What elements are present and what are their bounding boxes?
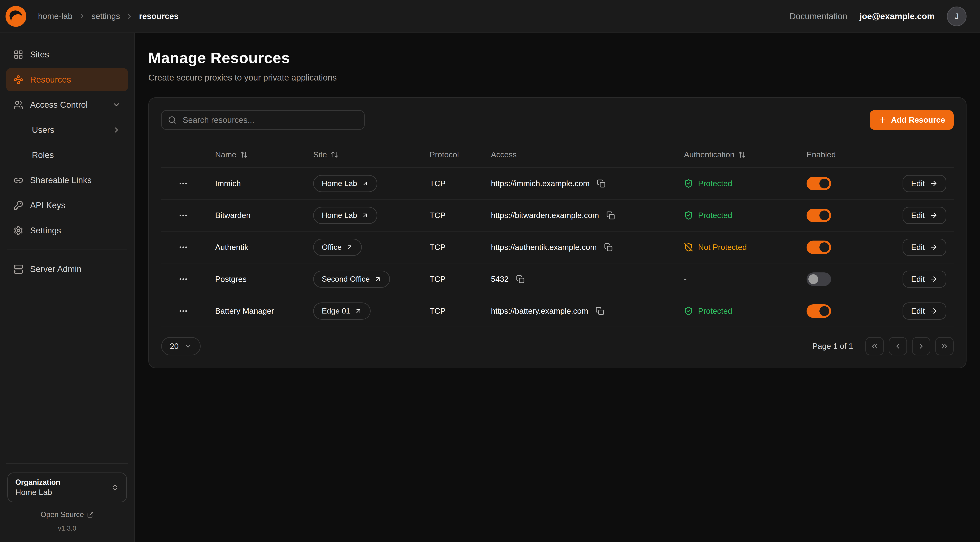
sidebar-item-label: Access Control — [30, 100, 88, 110]
table-header: Name Site Protocol Access — [161, 142, 954, 168]
chevron-right-icon — [78, 12, 86, 20]
column-header-name[interactable]: Name — [205, 150, 303, 159]
enabled-toggle[interactable] — [807, 273, 831, 286]
copy-button[interactable] — [605, 210, 616, 221]
copy-icon — [597, 179, 606, 188]
search-input[interactable] — [181, 115, 358, 126]
next-page-button[interactable] — [912, 337, 931, 355]
sidebar-item-resources[interactable]: Resources — [6, 68, 128, 91]
arrow-up-right-icon — [355, 308, 362, 315]
server-icon — [13, 264, 23, 274]
add-resource-button[interactable]: Add Resource — [870, 110, 954, 130]
ellipsis-icon — [178, 210, 188, 220]
auth-status: Protected — [684, 179, 732, 188]
copy-button[interactable] — [594, 306, 605, 317]
table-row: Authentik Office TCP https://authentik.e… — [161, 231, 954, 263]
site-link-button[interactable]: Office — [313, 239, 362, 256]
site-link-button[interactable]: Second Office — [313, 271, 390, 288]
site-link-button[interactable]: Edge 01 — [313, 303, 371, 320]
row-menu-button[interactable] — [176, 240, 191, 255]
arrow-up-right-icon — [346, 244, 353, 251]
org-label: Organization — [15, 478, 60, 486]
edit-button[interactable]: Edit — [902, 239, 946, 256]
app-window: home-lab settings resources Documentatio… — [0, 0, 980, 542]
row-menu-button[interactable] — [176, 208, 191, 223]
last-page-button[interactable] — [935, 337, 954, 355]
auth-label: Not Protected — [698, 243, 747, 252]
sidebar-item-users[interactable]: Users — [6, 118, 128, 142]
sidebar: SitesResourcesAccess ControlUsersRolesSh… — [0, 33, 135, 542]
arrow-right-icon — [930, 307, 938, 315]
arrow-right-icon — [930, 179, 938, 187]
sort-icon — [240, 151, 248, 159]
site-link-button[interactable]: Home Lab — [313, 207, 377, 224]
sidebar-item-server-admin[interactable]: Server Admin — [6, 258, 128, 281]
resource-name: Battery Manager — [205, 306, 303, 316]
user-email[interactable]: joe@example.com — [859, 11, 935, 21]
row-menu-button[interactable] — [176, 176, 191, 191]
enabled-toggle[interactable] — [807, 177, 831, 190]
row-menu-button[interactable] — [176, 304, 191, 319]
layout-grid-icon — [13, 49, 23, 59]
copy-icon — [595, 307, 604, 316]
open-source-link[interactable]: Open Source — [40, 510, 94, 519]
sidebar-item-api-keys[interactable]: API Keys — [6, 194, 128, 217]
page-title: Manage Resources — [148, 49, 967, 67]
sidebar-item-roles[interactable]: Roles — [6, 143, 128, 167]
ellipsis-icon — [178, 242, 188, 252]
edit-button[interactable]: Edit — [902, 207, 946, 224]
app-logo[interactable] — [5, 5, 27, 27]
sidebar-item-access-control[interactable]: Access Control — [6, 93, 128, 116]
auth-status: Protected — [684, 306, 732, 316]
copy-button[interactable] — [603, 242, 614, 253]
settings-icon — [13, 226, 23, 236]
shield-off-icon — [684, 242, 693, 252]
ellipsis-icon — [178, 274, 188, 284]
prev-page-button[interactable] — [889, 337, 907, 355]
sidebar-item-sites[interactable]: Sites — [6, 43, 128, 66]
enabled-toggle[interactable] — [807, 304, 831, 318]
site-link-button[interactable]: Home Lab — [313, 175, 377, 192]
arrow-up-right-icon — [361, 212, 369, 219]
org-name: Home Lab — [15, 488, 60, 497]
link-icon — [13, 175, 23, 185]
ellipsis-icon — [178, 179, 188, 188]
copy-icon — [606, 211, 615, 220]
column-header-authentication[interactable]: Authentication — [674, 150, 797, 159]
sidebar-item-settings[interactable]: Settings — [6, 219, 128, 242]
breadcrumb-resources: resources — [139, 11, 178, 21]
resources-table: Name Site Protocol Access — [161, 142, 954, 327]
enabled-toggle[interactable] — [807, 209, 831, 222]
row-menu-button[interactable] — [176, 272, 191, 287]
sidebar-item-shareable-links[interactable]: Shareable Links — [6, 169, 128, 192]
copy-button[interactable] — [596, 178, 607, 189]
breadcrumb-home-lab[interactable]: home-lab — [38, 11, 73, 21]
copy-icon — [516, 275, 525, 284]
copy-button[interactable] — [515, 274, 526, 285]
resource-name: Bitwarden — [205, 211, 303, 220]
enabled-toggle[interactable] — [807, 241, 831, 254]
page-size-select[interactable]: 20 — [161, 337, 200, 355]
edit-button[interactable]: Edit — [902, 175, 946, 192]
edit-button[interactable]: Edit — [902, 271, 946, 288]
edit-button[interactable]: Edit — [902, 303, 946, 320]
org-selector[interactable]: Organization Home Lab — [7, 472, 127, 502]
column-header-site[interactable]: Site — [303, 150, 420, 159]
sidebar-item-label: Shareable Links — [30, 175, 92, 185]
shield-check-icon — [684, 211, 693, 220]
avatar[interactable]: J — [947, 6, 967, 26]
shield-check-icon — [684, 306, 693, 316]
breadcrumb-settings[interactable]: settings — [92, 11, 120, 21]
access-url: https://immich.example.com — [491, 179, 590, 188]
first-page-button[interactable] — [865, 337, 884, 355]
key-icon — [13, 201, 23, 210]
documentation-link[interactable]: Documentation — [790, 11, 847, 21]
resource-name: Authentik — [205, 243, 303, 252]
page-info: Page 1 of 1 — [813, 342, 853, 351]
table-row: Battery Manager Edge 01 TCP https://batt… — [161, 295, 954, 327]
site-name: Office — [322, 243, 342, 252]
site-name: Home Lab — [322, 179, 357, 188]
main-content: Manage Resources Create secure proxies t… — [135, 33, 980, 542]
ellipsis-icon — [178, 306, 188, 316]
arrow-right-icon — [930, 211, 938, 219]
